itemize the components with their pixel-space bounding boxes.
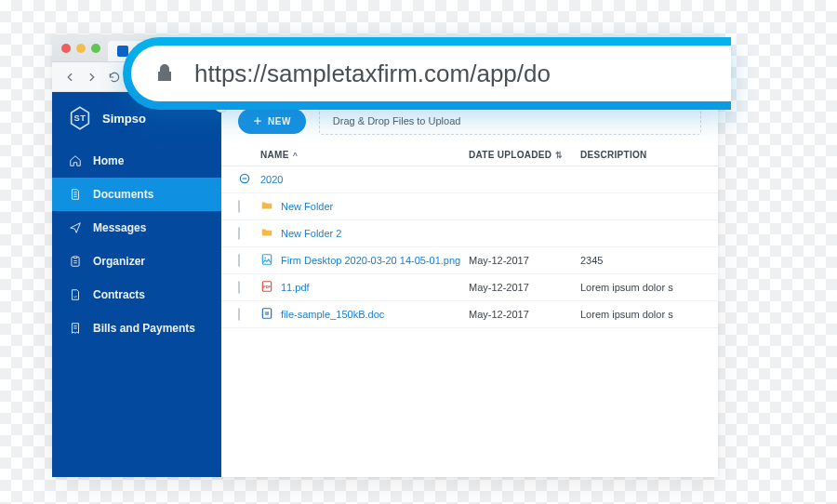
sidebar-item-organizer[interactable]: Organizer <box>52 245 221 278</box>
svg-text:PDF: PDF <box>263 285 272 289</box>
column-name[interactable]: NAME ^ <box>260 150 469 160</box>
lock-icon <box>153 62 176 85</box>
brand-badge-text: ST <box>73 113 86 123</box>
app-shell: ST Simpso HomeDocumentsMessagesOrganizer… <box>52 92 718 477</box>
column-description[interactable]: DESCRIPTION <box>580 150 701 160</box>
row-name: New Folder <box>281 201 333 212</box>
sidebar-item-label: Contracts <box>93 288 145 301</box>
sidebar-item-home[interactable]: Home <box>52 144 221 178</box>
maximize-window-icon[interactable] <box>91 44 100 53</box>
plus-icon <box>253 116 262 126</box>
sidebar-item-label: Bills and Payments <box>93 322 195 335</box>
collapse-group-icon[interactable] <box>238 176 251 187</box>
row-date: May-12-2017 <box>469 309 580 320</box>
new-button-label: NEW <box>268 116 291 126</box>
documents-icon <box>69 188 82 201</box>
address-url: https://sampletaxfirm.com/app/do <box>194 60 551 88</box>
sort-icon: ⇅ <box>555 151 563 160</box>
row-name: Firm Desktop 2020-03-20 14-05-01.png <box>281 255 460 266</box>
brand-name: Simpso <box>102 112 146 126</box>
svg-rect-1 <box>262 255 271 265</box>
table-row[interactable]: 2020 <box>221 166 718 193</box>
row-description: 2345 <box>580 255 701 266</box>
table-body: 2020New FolderNew Folder 2Firm Desktop 2… <box>221 166 718 328</box>
dropzone-hint: Drag & Drop Files to Upload <box>333 115 461 126</box>
svg-text:W: W <box>265 312 270 316</box>
row-description: Lorem ipsum dolor s <box>580 282 701 293</box>
folder-icon <box>260 226 273 241</box>
home-icon <box>69 154 82 167</box>
row-checkbox[interactable] <box>238 227 240 240</box>
table-row[interactable]: PDF11.pdfMay-12-2017Lorem ipsum dolor s <box>221 274 718 301</box>
back-icon[interactable] <box>63 71 76 84</box>
sidebar: ST Simpso HomeDocumentsMessagesOrganizer… <box>52 92 221 477</box>
table-header: NAME ^ DATE UPLOADED ⇅ DESCRIPTION <box>221 144 718 166</box>
pdf-file-icon: PDF <box>260 280 273 295</box>
table-row[interactable]: New Folder <box>221 193 718 220</box>
minimize-window-icon[interactable] <box>76 44 86 53</box>
new-button[interactable]: NEW <box>238 109 306 134</box>
row-checkbox[interactable] <box>238 281 240 294</box>
forward-icon[interactable] <box>86 71 99 84</box>
close-window-icon[interactable] <box>61 44 71 53</box>
messages-icon <box>69 221 82 234</box>
table-row[interactable]: New Folder 2 <box>221 220 718 247</box>
row-checkbox[interactable] <box>238 308 240 321</box>
sidebar-item-label: Organizer <box>93 255 145 268</box>
table-row[interactable]: Firm Desktop 2020-03-20 14-05-01.pngMay-… <box>221 247 718 274</box>
doc-file-icon: W <box>260 307 273 322</box>
window-controls <box>61 44 100 53</box>
bills-icon <box>69 322 82 335</box>
row-date: May-12-2017 <box>469 255 580 266</box>
sort-asc-icon: ^ <box>293 151 299 160</box>
sidebar-item-contracts[interactable]: Contracts <box>52 278 221 312</box>
main-panel: NEW Drag & Drop Files to Upload NAME ^ D… <box>221 92 718 477</box>
sidebar-item-documents[interactable]: Documents <box>52 178 221 211</box>
row-description: Lorem ipsum dolor s <box>580 309 701 320</box>
png-file-icon <box>260 253 273 268</box>
row-name: 2020 <box>260 174 283 185</box>
sidebar-item-label: Home <box>93 154 124 167</box>
sidebar-item-label: Messages <box>93 221 146 234</box>
row-checkbox[interactable] <box>238 200 240 213</box>
address-bar-overlay: https://sampletaxfirm.com/app/do <box>123 37 731 110</box>
table-row[interactable]: Wfile-sample_150kB.docMay-12-2017Lorem i… <box>221 301 718 328</box>
contracts-icon <box>69 288 82 301</box>
column-date-uploaded[interactable]: DATE UPLOADED ⇅ <box>469 150 580 160</box>
row-name: file-sample_150kB.doc <box>281 309 384 320</box>
row-name: 11.pdf <box>281 282 310 293</box>
reload-icon[interactable] <box>108 71 121 84</box>
svg-point-2 <box>264 257 266 259</box>
folder-icon <box>260 199 273 214</box>
row-name: New Folder 2 <box>281 228 341 239</box>
upload-dropzone[interactable]: Drag & Drop Files to Upload <box>319 107 701 135</box>
brand-hexagon-icon: ST <box>67 105 93 131</box>
sidebar-nav: HomeDocumentsMessagesOrganizerContractsB… <box>52 144 221 345</box>
sidebar-item-bills[interactable]: Bills and Payments <box>52 312 221 345</box>
organizer-icon <box>69 255 82 268</box>
address-bar[interactable]: https://sampletaxfirm.com/app/do <box>131 46 731 101</box>
row-checkbox[interactable] <box>238 254 240 267</box>
row-date: May-12-2017 <box>469 282 580 293</box>
sidebar-item-label: Documents <box>93 188 153 201</box>
sidebar-item-messages[interactable]: Messages <box>52 211 221 245</box>
